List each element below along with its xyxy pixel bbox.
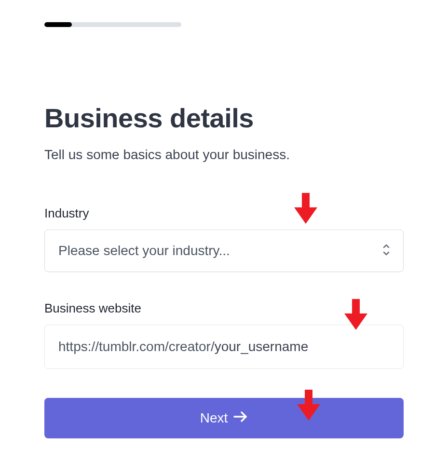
industry-select-placeholder: Please select your industry... — [58, 243, 230, 258]
industry-select[interactable]: Please select your industry... — [44, 230, 404, 272]
progress-bar — [44, 22, 181, 27]
next-button-label: Next — [200, 410, 228, 426]
page-title: Business details — [44, 102, 404, 134]
arrow-right-icon — [233, 410, 248, 426]
website-input[interactable]: https://tumblr.com/creator/your_username — [44, 325, 404, 369]
website-label: Business website — [44, 301, 404, 316]
website-url-prefix: https://tumblr.com/creator/ — [58, 339, 215, 354]
progress-fill — [44, 22, 72, 27]
website-url-suffix: your_username — [215, 339, 309, 354]
page-subtitle: Tell us some basics about your business. — [44, 147, 404, 163]
industry-label: Industry — [44, 206, 404, 221]
next-button[interactable]: Next — [44, 398, 404, 438]
